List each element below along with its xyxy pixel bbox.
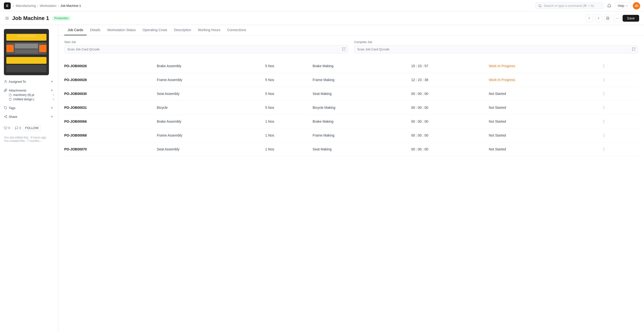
attachment-item-2[interactable]: Untitled design ( × [4, 97, 54, 102]
sidebar: Assigned To Attachments machinery (6).pr [0, 25, 58, 332]
qty-cell: 5 Nos [263, 73, 311, 87]
svg-rect-6 [6, 34, 46, 41]
share-section: Share [4, 114, 54, 119]
table-row: PO-JOB00030 Seat Assembly 5 Nos Seat Mak… [64, 87, 638, 101]
search-placeholder: Search or type a command (⌘ + G) [544, 4, 594, 8]
remove-attachment-1[interactable]: × [52, 93, 54, 97]
qty-cell: 1 Nos [263, 128, 311, 142]
svg-point-45 [604, 78, 604, 79]
global-search[interactable]: Search or type a command (⌘ + G) [535, 2, 603, 9]
next-button[interactable] [595, 14, 602, 22]
hamburger-menu[interactable] [5, 16, 9, 20]
tab-details[interactable]: Details [87, 25, 104, 35]
dot-separator: · [12, 126, 13, 130]
share-add-button[interactable] [50, 114, 54, 119]
complete-job-input[interactable] [354, 45, 638, 53]
breadcrumb-workstation[interactable]: Workstation [40, 4, 56, 8]
row-menu-button-4[interactable] [600, 118, 607, 125]
more-options-button[interactable]: ··· [613, 14, 621, 22]
job-id-cell: PO-JOB00026 [64, 59, 155, 73]
file-icon [9, 94, 12, 96]
row-menu-button-5[interactable] [600, 132, 607, 139]
content-area: Job Cards Details Workstation Status Ope… [58, 25, 644, 332]
svg-point-59 [604, 136, 604, 136]
page-title: Job Machine 1 [12, 15, 49, 22]
attachments-label: Attachments [9, 88, 26, 92]
assigned-to-section: Assigned To [4, 79, 54, 84]
svg-line-26 [5, 117, 6, 117]
tags-section: Tags [4, 106, 54, 110]
assigned-to-label: Assigned To [9, 80, 26, 84]
app-logo[interactable]: E [4, 2, 11, 9]
tab-description[interactable]: Description [170, 25, 194, 35]
svg-point-46 [604, 80, 604, 80]
svg-point-44 [604, 67, 604, 67]
svg-point-58 [604, 135, 604, 135]
qr-scan-icon-start [342, 47, 346, 52]
tab-job-cards[interactable]: Job Cards [64, 25, 87, 35]
row-menu-button-1[interactable] [600, 76, 607, 83]
row-menu-button-3[interactable] [600, 104, 607, 111]
attachment-item-1[interactable]: machinery (6).pr × [4, 93, 54, 97]
assembly-cell: Bicycle [155, 101, 263, 115]
tab-connections[interactable]: Connections [224, 25, 250, 35]
time-cell: 00 : 00 : 00 [410, 115, 487, 128]
top-navigation: E › Manufacturing › Workstation › Job Ma… [0, 0, 644, 12]
print-button[interactable] [604, 14, 612, 22]
complete-job-input-wrap [354, 45, 638, 53]
chevron-left-icon [588, 16, 591, 20]
breadcrumb-current: Job Machine 1 [60, 4, 81, 8]
page-header: Job Machine 1 Production ··· Save [0, 12, 644, 25]
svg-rect-30 [342, 48, 343, 48]
row-action-cell [598, 101, 638, 115]
help-button[interactable]: Help [615, 2, 631, 9]
svg-point-0 [539, 4, 541, 6]
bell-icon [607, 4, 612, 8]
tab-workstation-status[interactable]: Workstation Status [104, 25, 139, 35]
time-cell: 00 : 00 : 00 [410, 101, 487, 115]
status-badge: Production [52, 16, 71, 21]
breadcrumb-manufacturing[interactable]: Manufacturing [16, 4, 36, 8]
assembly-cell: Frame Assembly [155, 73, 263, 87]
start-job-input-wrap [64, 45, 348, 53]
start-job-label: Start Job [64, 40, 348, 44]
ellipsis-vertical-icon [602, 147, 606, 151]
assembly-cell: Brake Assembly [155, 115, 263, 128]
operation-cell: Seat Making [311, 142, 410, 156]
row-menu-button-2[interactable] [600, 90, 607, 97]
svg-point-48 [604, 92, 604, 93]
status-cell: Work In Progress [487, 59, 598, 73]
remove-attachment-2[interactable]: × [52, 98, 54, 101]
likes-count: 0 [8, 126, 10, 130]
follow-button[interactable]: FOLLOW [23, 125, 41, 131]
plus-icon [50, 106, 54, 110]
save-button[interactable]: Save [622, 15, 639, 22]
last-edited-section: You last edited this · 9 hours ago You c… [4, 136, 54, 143]
ellipsis-vertical-icon [602, 134, 606, 137]
user-avatar[interactable]: JD [633, 2, 640, 10]
notifications-bell[interactable] [605, 2, 613, 10]
row-menu-button-0[interactable] [600, 62, 607, 69]
row-menu-button-6[interactable] [600, 146, 607, 152]
ellipsis-vertical-icon [602, 120, 606, 124]
last-edited-text: You last edited this · 9 hours ago [4, 136, 54, 139]
assembly-cell: Brake Assembly [155, 59, 263, 73]
status-cell: Not Started [487, 128, 598, 142]
svg-point-55 [604, 121, 604, 122]
tab-working-hours[interactable]: Working Hours [194, 25, 224, 35]
comment-button[interactable]: 0 [15, 126, 21, 130]
like-button[interactable]: 0 [4, 126, 10, 130]
operation-cell: Bicycle Making [311, 101, 410, 115]
tags-add-button[interactable] [50, 106, 54, 110]
svg-point-42 [604, 65, 604, 65]
start-job-input[interactable] [64, 45, 348, 53]
tab-operating-costs[interactable]: Operating Costs [139, 25, 170, 35]
svg-point-52 [604, 107, 604, 108]
svg-point-49 [604, 94, 604, 94]
svg-rect-13 [6, 65, 46, 72]
start-job-group: Start Job [64, 40, 348, 53]
assigned-to-add-button[interactable] [50, 79, 54, 84]
attachments-add-button[interactable] [50, 88, 54, 93]
prev-button[interactable] [586, 14, 593, 22]
attachments-section: Attachments machinery (6).pr × Untitled … [4, 88, 54, 102]
